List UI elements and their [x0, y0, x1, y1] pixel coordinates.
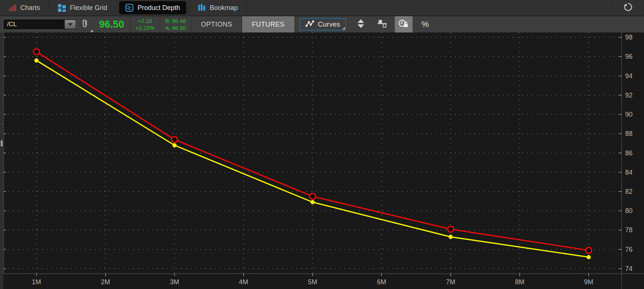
futures-curve-chart[interactable]: 989694929088868482807876741M2M3M4M5M6M7M…: [0, 32, 644, 289]
corner-notch: [342, 27, 345, 30]
data-point-marker: [448, 235, 453, 239]
depth-step-button[interactable]: [373, 16, 391, 32]
active-tab-pill: Product Depth: [119, 1, 186, 14]
toolbar: /CL 96.50 +2.10 +2.22% B: 96.48 A: 96.50…: [0, 16, 644, 32]
y-axis-label: 90: [625, 111, 633, 118]
percent-mode-button[interactable]: %: [416, 16, 434, 32]
data-point-marker: [587, 255, 591, 259]
y-axis-label: 94: [625, 72, 633, 80]
x-axis-label: 4M: [239, 278, 248, 286]
yellow curve: [34, 58, 591, 259]
tab-bar-spacer: [247, 0, 612, 16]
tab-product-depth[interactable]: Product Depth: [116, 0, 189, 16]
last-price-cell: 96.50: [93, 16, 131, 32]
symbol-input[interactable]: /CL: [3, 19, 77, 30]
price-change-percent: +2.22%: [136, 24, 155, 31]
y-axis-label: 92: [625, 92, 633, 99]
x-axis-label: 8M: [515, 278, 524, 286]
curves-button[interactable]: Curves: [299, 18, 346, 31]
refresh-icon: [623, 2, 633, 14]
y-axis-label: 74: [625, 265, 633, 272]
tab-flexible-grid[interactable]: Flexible Grid: [49, 0, 116, 16]
symbol-link-button[interactable]: [77, 16, 93, 32]
tab-bookmap[interactable]: Bookmap: [189, 0, 247, 16]
clock-lock-button[interactable]: [395, 16, 413, 32]
ask-price: A: 96.50: [165, 24, 186, 31]
refresh-button[interactable]: [612, 0, 644, 16]
tab-label: Product Depth: [138, 4, 180, 12]
clock-lock-icon: [398, 19, 409, 30]
tab-label: Bookmap: [210, 4, 238, 12]
y-axis-label: 78: [625, 226, 633, 234]
corner-notch: [90, 30, 93, 32]
data-point-marker: [586, 247, 592, 253]
data-point-marker: [34, 58, 38, 62]
sort-arrows-icon: [357, 19, 365, 30]
x-axis-label: 3M: [170, 278, 179, 286]
bar-chart-icon: [9, 4, 16, 11]
y-axis-label: 86: [625, 149, 633, 157]
depth-waves-icon: [125, 4, 133, 12]
bid-price: B: 96.48: [165, 17, 186, 24]
depth-step-icon: [377, 19, 387, 30]
last-price: 96.50: [93, 19, 130, 30]
data-point-marker: [310, 193, 316, 199]
y-axis-label: 82: [625, 188, 633, 195]
y-axis-label: 80: [625, 207, 633, 214]
tab-bar: Charts Flexible Grid: [0, 0, 644, 16]
tab-charts[interactable]: Charts: [0, 0, 49, 16]
data-point-marker: [34, 49, 40, 55]
y-axis-label: 98: [625, 34, 633, 41]
chevron-down-icon: [68, 23, 72, 26]
y-axis-label: 76: [625, 246, 633, 253]
tab-label: Flexible Grid: [70, 4, 107, 12]
y-axis-label: 96: [625, 53, 633, 60]
percent-label: %: [421, 20, 429, 29]
y-axis-label: 84: [625, 169, 633, 176]
columns-icon: [198, 4, 206, 11]
symbol-value: /CL: [7, 21, 17, 28]
gridlines: [3, 32, 622, 273]
sort-arrows-button[interactable]: [352, 16, 370, 32]
paperclip-link-icon: [82, 19, 88, 30]
data-point-marker: [311, 200, 315, 204]
curves-scatter-icon: [305, 20, 314, 29]
data-point-marker: [448, 226, 454, 232]
axis-labels: 989694929088868482807876741M2M3M4M5M6M7M…: [32, 34, 633, 286]
x-axis-label: 7M: [446, 278, 455, 286]
red curve: [34, 49, 592, 253]
futures-button[interactable]: FUTURES: [242, 16, 294, 32]
price-change: +2.10: [138, 17, 152, 24]
change-cell: +2.10 +2.22%: [131, 16, 160, 32]
product-depth-window: Charts Flexible Grid: [0, 0, 644, 289]
options-button[interactable]: OPTIONS: [191, 16, 243, 32]
x-axis-label: 5M: [308, 278, 317, 286]
y-axis-label: 88: [625, 130, 633, 137]
x-axis-label: 9M: [584, 278, 593, 286]
bid-ask-cell: B: 96.48 A: 96.50: [160, 16, 191, 32]
symbol-dropdown-button[interactable]: [65, 20, 76, 29]
tab-label: Charts: [20, 4, 40, 12]
data-point-marker: [172, 137, 177, 142]
x-axis-label: 1M: [32, 278, 41, 286]
curves-button-label: Curves: [318, 20, 340, 28]
x-axis-label: 6M: [377, 278, 386, 286]
data-point-marker: [172, 143, 176, 147]
x-axis-label: 2M: [101, 278, 110, 286]
grid-tiles-icon: [58, 4, 66, 12]
